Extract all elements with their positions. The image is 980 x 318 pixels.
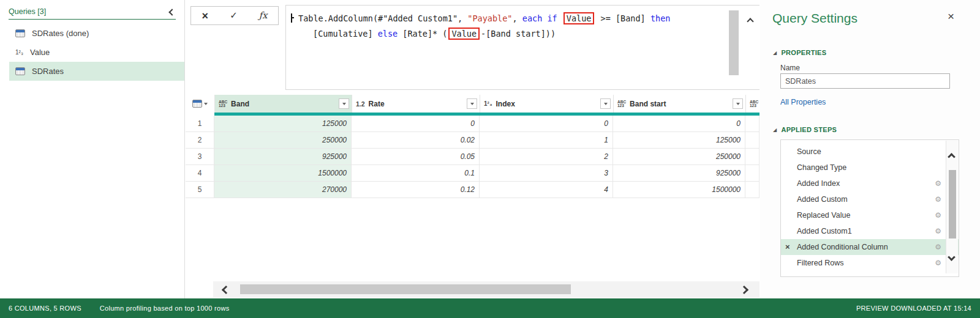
applied-step-changed-type[interactable]: Changed Type <box>781 160 959 176</box>
code-token: else <box>378 29 398 39</box>
gear-icon[interactable]: ⚙ <box>935 195 941 204</box>
fx-icon[interactable]: ƒx <box>259 11 268 20</box>
table-cell[interactable]: 1500000 <box>613 182 745 198</box>
scroll-left-icon[interactable] <box>222 286 230 294</box>
table-cell[interactable]: 0 <box>613 116 745 131</box>
query-name-input[interactable] <box>780 73 950 89</box>
row-number[interactable]: 1 <box>186 116 214 131</box>
collapse-panel-button[interactable] <box>170 8 175 17</box>
table-cell[interactable]: 3 <box>480 165 613 181</box>
formula-input-area[interactable]: Table.AddColumn(#"Added Custom1", "Payab… <box>285 5 760 90</box>
table-header-row: ABC123Band1.2Rate1²₃IndexABC123Band star… <box>186 95 760 113</box>
query-item-sdrates-done[interactable]: SDRates (done) <box>9 24 184 43</box>
table-cell[interactable]: 925000 <box>214 149 352 165</box>
filter-dropdown-button[interactable] <box>339 98 349 109</box>
collapse-triangle-icon: ◢ <box>773 50 777 56</box>
table-cell[interactable]: 0 <box>352 116 480 131</box>
scroll-right-icon[interactable] <box>740 286 748 294</box>
table-cell[interactable] <box>745 132 760 148</box>
table-cell[interactable]: 270000 <box>214 182 352 198</box>
steps-scrollbar-thumb[interactable] <box>949 170 956 239</box>
applied-step-added-custom[interactable]: Added Custom⚙ <box>781 191 959 207</box>
gear-icon[interactable]: ⚙ <box>935 243 941 251</box>
steps-scrollbar[interactable] <box>946 141 958 273</box>
table-cell[interactable]: 0.1 <box>352 165 480 181</box>
table-cell[interactable] <box>745 149 760 165</box>
filter-dropdown-button[interactable] <box>467 98 477 109</box>
applied-step-added-index[interactable]: Added Index⚙ <box>781 176 959 191</box>
chevron-left-icon <box>168 9 175 15</box>
query-settings-title: Query Settings <box>772 11 858 26</box>
chevron-up-icon <box>747 18 753 24</box>
column-header-index[interactable]: 1²₃Index <box>480 95 613 113</box>
horizontal-scrollbar-thumb[interactable] <box>240 284 571 294</box>
properties-section-header[interactable]: ◢ PROPERTIES <box>773 49 826 56</box>
cancel-formula-button[interactable]: × <box>202 10 209 21</box>
table-cell[interactable]: 1 <box>480 132 613 148</box>
collapse-triangle-icon: ◢ <box>773 127 777 133</box>
table-cell[interactable]: 0.12 <box>352 182 480 198</box>
applied-step-replaced-value[interactable]: Replaced Value⚙ <box>781 207 959 223</box>
table-row: 52700000.1241500000 <box>186 182 760 198</box>
queries-panel: Queries [3] SDRates (done)1²₃ValueSDRate… <box>0 0 185 298</box>
delete-step-icon[interactable]: × <box>785 242 790 251</box>
scroll-down-icon[interactable] <box>948 253 956 261</box>
select-all-corner[interactable] <box>186 95 214 113</box>
table-cell[interactable]: 0 <box>480 116 613 131</box>
all-properties-link[interactable]: All Properties <box>780 98 826 106</box>
chevron-down-icon <box>736 103 740 105</box>
row-number[interactable]: 2 <box>186 132 214 148</box>
applied-step-label: Filtered Rows <box>797 259 843 267</box>
column-header-clipped[interactable]: ABC123 <box>745 95 760 113</box>
applied-step-source[interactable]: Source <box>781 144 959 160</box>
formula-collapse-button[interactable] <box>748 15 753 26</box>
close-panel-button[interactable]: × <box>948 10 954 23</box>
table-cell[interactable]: 0.02 <box>352 132 480 148</box>
scroll-up-icon[interactable] <box>948 153 956 161</box>
row-number[interactable]: 3 <box>186 149 214 165</box>
column-header-label: Index <box>496 100 515 108</box>
column-header-label: Band start <box>630 100 666 108</box>
code-token: then <box>650 13 671 23</box>
commit-formula-button[interactable]: ✓ <box>230 11 238 20</box>
query-item-sdrates[interactable]: SDRates <box>9 62 184 81</box>
gear-icon[interactable]: ⚙ <box>935 179 941 188</box>
row-number[interactable]: 5 <box>186 182 214 198</box>
applied-steps-section-header[interactable]: ◢ APPLIED STEPS <box>773 126 837 133</box>
horizontal-scrollbar[interactable] <box>213 281 760 298</box>
column-header-band-start[interactable]: ABC123Band start <box>613 95 745 113</box>
table-cell[interactable]: 250000 <box>613 149 745 165</box>
table-cell[interactable] <box>745 182 760 198</box>
applied-steps-items: SourceChanged TypeAdded Index⚙Added Cust… <box>781 144 959 271</box>
table-cell[interactable]: 925000 <box>613 165 745 181</box>
code-token: if <box>547 13 557 23</box>
whole-number-type-icon: 1²₃ <box>484 100 492 107</box>
filter-dropdown-button[interactable] <box>733 98 743 109</box>
any-type-icon: ABC123 <box>219 100 227 108</box>
row-number[interactable]: 4 <box>186 165 214 181</box>
table-cell[interactable]: 125000 <box>214 116 352 131</box>
formula-scrollbar-thumb[interactable] <box>729 10 739 75</box>
table-cell[interactable] <box>745 116 760 131</box>
table-cell[interactable]: 250000 <box>214 132 352 148</box>
table-cell[interactable]: 0.05 <box>352 149 480 165</box>
query-item-value[interactable]: 1²₃Value <box>9 43 184 62</box>
column-header-band[interactable]: ABC123Band <box>214 95 352 113</box>
table-cell[interactable]: 4 <box>480 182 613 198</box>
column-header-rate[interactable]: 1.2Rate <box>352 95 480 113</box>
gear-icon[interactable]: ⚙ <box>935 211 941 220</box>
table-cell[interactable]: 125000 <box>613 132 745 148</box>
applied-step-filtered-rows[interactable]: Filtered Rows⚙ <box>781 255 959 271</box>
gear-icon[interactable]: ⚙ <box>935 227 941 235</box>
table-cell[interactable]: 1500000 <box>214 165 352 181</box>
table-row: 22500000.021125000 <box>186 132 760 149</box>
applied-step-added-conditional-column[interactable]: ×Added Conditional Column⚙ <box>781 239 959 255</box>
code-token: [Cumulative] <box>313 29 378 39</box>
query-item-label: SDRates (done) <box>32 29 89 38</box>
filter-dropdown-button[interactable] <box>600 98 611 109</box>
table-body: 112500000022500000.02112500039250000.052… <box>186 116 760 198</box>
table-cell[interactable]: 2 <box>480 149 613 165</box>
applied-step-added-custom1[interactable]: Added Custom1⚙ <box>781 223 959 239</box>
table-cell[interactable] <box>745 165 760 181</box>
gear-icon[interactable]: ⚙ <box>935 259 941 267</box>
